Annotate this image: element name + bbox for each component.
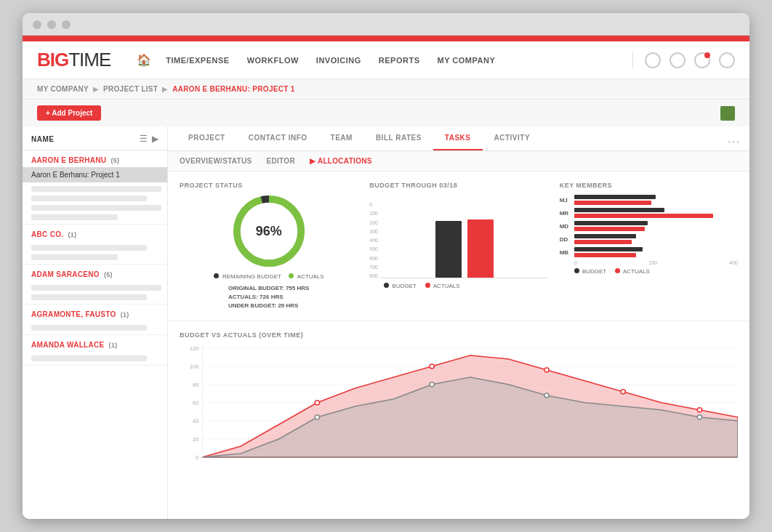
stat-original: ORIGINAL BUDGET: 755 HRS [228,284,309,293]
sidebar: NAME ☰ ▶ AARON E BERHANU (5) Aaron E Ber… [23,126,168,519]
hbar-legend: BUDGET ACTUALS [560,268,738,275]
nav-icon-settings[interactable] [719,52,735,68]
nav-time-expense[interactable]: TIME/EXPENSE [166,56,229,65]
tab-more[interactable]: ... [728,133,741,145]
sidebar-group-amanda[interactable]: AMANDA WALLACE (1) [23,335,167,352]
browser-window: BIG TIME 🏠 TIME/EXPENSE WORKFLOW INVOICI… [23,13,749,519]
legend-actuals: ACTUALS [289,273,324,280]
logo: BIG TIME [37,49,110,71]
budget-chart-title: BUDGET THROUGH 03/18 [369,182,547,189]
breadcrumb-project-list[interactable]: PROJECT LIST [103,85,158,93]
legend-dot-remaining [214,273,219,278]
sidebar-section-abc: ABC CO. (1) [23,225,167,265]
budget-dot-1 [315,415,319,419]
browser-dot-2 [47,20,56,29]
nav-my-company[interactable]: MY COMPANY [437,56,495,65]
sidebar-placeholder [31,285,161,291]
sub-tab-editor[interactable]: EDITOR [267,157,295,165]
home-icon[interactable]: 🏠 [137,53,151,67]
breadcrumb-sep-2: ▶ [162,85,168,93]
logo-big: BIG [37,49,68,71]
hbar-actuals-mb [574,253,637,257]
top-red-bar [23,36,749,41]
hbar-label-mb: MB [560,249,574,256]
bars-group [381,219,548,278]
add-project-button[interactable]: + Add Project [37,105,101,121]
hbar-legend-budget: BUDGET [574,268,607,275]
hbar-label-mj: MJ [560,197,574,203]
arrow-icon[interactable]: ▶ [152,134,158,144]
area-chart-svg: 120 100 80 60 40 20 0 [180,344,738,475]
svg-text:20: 20 [193,437,198,443]
sub-tab-overview[interactable]: OVERVIEW/STATUS [180,157,252,165]
hbar-actuals-dd [574,240,632,244]
sidebar-placeholder [31,205,161,211]
breadcrumb-active[interactable]: AARON E BERHANU: PROJECT 1 [172,85,294,93]
tab-bill-rates[interactable]: BILL RATES [364,126,433,150]
breadcrumb-sep-1: ▶ [93,85,99,93]
tab-tasks[interactable]: TASKS [433,126,483,150]
legend-dot-actuals-bar [425,283,430,288]
sidebar-group-adam[interactable]: ADAM SARACENO (5) [23,265,167,281]
breadcrumb-my-company[interactable]: MY COMPANY [37,85,89,93]
list-icon[interactable]: ☰ [140,134,148,144]
tab-team[interactable]: TEAM [319,126,364,150]
hbar-budget-dd [574,234,637,238]
project-status-chart: PROJECT STATUS 96% [180,182,369,310]
app-container: BIG TIME 🏠 TIME/EXPENSE WORKFLOW INVOICI… [23,36,749,519]
svg-text:60: 60 [193,400,198,406]
sidebar-group-agramonte[interactable]: AGRAMONTE, FAUSTO (1) [23,305,167,321]
budget-chart: BUDGET THROUGH 03/18 800 700 600 500 400… [369,182,559,310]
sidebar-name-label: NAME [31,135,54,143]
sidebar-item-active[interactable]: Aaron E Berhanu: Project 1 [23,167,167,182]
budget-dot-4 [697,415,701,419]
hbar-budget-mr [574,208,664,212]
tab-project[interactable]: PROJECT [177,126,237,150]
hbar-bars-mr [574,208,738,218]
nav-icons [632,52,735,68]
key-members-title: KEY MEMBERS [560,182,738,189]
nav-invoicing[interactable]: INVOICING [316,56,361,65]
stat-actuals: ACTUALS: 726 HRS [228,293,309,302]
sidebar-header: NAME ☰ ▶ [23,126,167,150]
hbar-x-axis: 0 200 400 [560,260,738,265]
sidebar-group-abc[interactable]: ABC CO. (1) [23,225,167,241]
green-square [720,106,735,121]
donut-percentage: 96% [256,224,282,239]
sidebar-section-amanda: AMANDA WALLACE (1) [23,335,167,366]
browser-chrome [23,13,749,36]
hbar-row-mj: MJ [560,195,738,205]
legend-dot-budget [384,283,389,288]
hbar-budget-mj [574,195,656,199]
nav-reports[interactable]: REPORTS [379,56,420,65]
nav-items: TIME/EXPENSE WORKFLOW INVOICING REPORTS … [166,56,632,65]
hbar-legend-dot-budget [574,268,579,273]
tab-contact-info[interactable]: CONTACT INFO [237,126,319,150]
donut-stats: ORIGINAL BUDGET: 755 HRS ACTUALS: 726 HR… [228,284,309,310]
svg-text:40: 40 [193,419,198,424]
donut-legend: REMAINING BUDGET ACTUALS [214,273,324,280]
dot-2 [430,364,434,368]
sidebar-icons: ☰ ▶ [140,134,158,144]
nav-icon-search[interactable] [645,52,661,68]
nav-icon-user[interactable] [670,52,685,68]
nav-workflow[interactable]: WORKFLOW [247,56,299,65]
sidebar-placeholder [31,245,147,251]
hbar-legend-dot-actuals [615,268,620,273]
area-chart-section: BUDGET VS ACTUALS (OVER TIME) 120 [168,321,749,487]
sidebar-section-aaron: AARON E BERHANU (5) Aaron E Berhanu: Pro… [23,150,167,225]
header: BIG TIME 🏠 TIME/EXPENSE WORKFLOW INVOICI… [23,41,749,79]
sidebar-placeholder [31,214,118,220]
nav-icon-notifications[interactable] [694,52,710,68]
sidebar-group-aaron[interactable]: AARON E BERHANU (5) [23,150,167,167]
browser-dot-1 [33,20,41,29]
actuals-bar [467,219,494,278]
sub-tab-allocations[interactable]: ▶ ALLOCATIONS [310,157,372,165]
budget-dot-3 [544,393,549,398]
bar-chart-bars [381,219,548,278]
bar-chart-content: 800 700 600 500 400 300 200 100 0 [369,195,547,278]
donut-container: 96% REMAINING BUDGET ACTUALS [180,195,358,310]
action-bar: + Add Project [23,100,749,126]
tab-activity[interactable]: ACTIVITY [483,126,542,150]
stat-under: UNDER BUDGET: 29 HRS [228,302,309,310]
